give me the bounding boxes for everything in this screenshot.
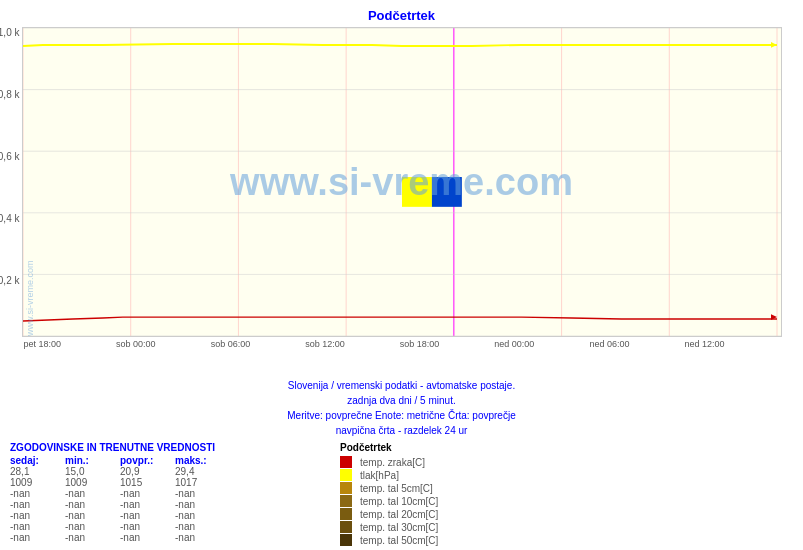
svg-rect-15: [431, 177, 461, 207]
stats-table: ZGODOVINSKE IN TRENUTNE VREDNOSTI sedaj:…: [10, 442, 310, 546]
table-row: 1009100910151017: [10, 477, 310, 488]
list-item: temp. tal 30cm[C]: [340, 521, 438, 533]
tal50cm-icon: [340, 534, 352, 546]
table-row: -nan-nan-nan-nan: [10, 499, 310, 510]
temp-zraka-icon: [340, 456, 352, 468]
chart-container: Podčetrtek 1,0 k 0,8 k 0,6 k 0,4 k 0,2 k…: [0, 0, 803, 374]
list-item: temp. tal 10cm[C]: [340, 495, 438, 507]
stats-section: ZGODOVINSKE IN TRENUTNE VREDNOSTI sedaj:…: [0, 440, 803, 550]
svg-marker-17: [771, 42, 777, 48]
y-axis: 1,0 k 0,8 k 0,6 k 0,4 k 0,2 k: [0, 27, 20, 337]
list-item: tlak[hPa]: [340, 469, 438, 481]
table-row: 28,115,020,929,4: [10, 466, 310, 477]
info-section: Slovenija / vremenski podatki - avtomats…: [0, 374, 803, 440]
info-line2: zadnja dva dni / 5 minut.: [10, 393, 793, 408]
list-item: temp. zraka[C]: [340, 456, 438, 468]
legend-title: Podčetrtek: [340, 442, 438, 453]
table-row: -nan-nan-nan-nan: [10, 488, 310, 499]
tal20cm-icon: [340, 508, 352, 520]
info-line4: navpična črta - razdelek 24 ur: [10, 423, 793, 438]
legend-section: Podčetrtek temp. zraka[C] tlak[hPa] temp…: [340, 442, 438, 546]
chart-svg: [23, 28, 781, 336]
table-row: -nan-nan-nan-nan: [10, 521, 310, 532]
tal30cm-icon: [340, 521, 352, 533]
info-line1: Slovenija / vremenski podatki - avtomats…: [10, 378, 793, 393]
stats-title: ZGODOVINSKE IN TRENUTNE VREDNOSTI: [10, 442, 310, 453]
page-wrapper: Podčetrtek 1,0 k 0,8 k 0,6 k 0,4 k 0,2 k…: [0, 0, 803, 550]
tal10cm-icon: [340, 495, 352, 507]
list-item: temp. tal 5cm[C]: [340, 482, 438, 494]
x-axis: pet 18:00 sob 00:00 sob 06:00 sob 12:00 …: [22, 339, 782, 349]
list-item: temp. tal 20cm[C]: [340, 508, 438, 520]
list-item: temp. tal 50cm[C]: [340, 534, 438, 546]
chart-title: Podčetrtek: [10, 8, 793, 23]
tlak-icon: [340, 469, 352, 481]
table-row: -nan-nan-nan-nan: [10, 510, 310, 521]
info-line3: Meritve: povprečne Enote: metrične Črta:…: [10, 408, 793, 423]
table-row: -nan-nan-nan-nan: [10, 532, 310, 543]
watermark-left: www.si-vreme.com: [25, 28, 35, 336]
svg-rect-14: [402, 177, 432, 207]
stats-header: sedaj: min.: povpr.: maks.:: [10, 455, 310, 466]
tal5cm-icon: [340, 482, 352, 494]
chart-area: www.si-vreme.com: [22, 27, 782, 337]
